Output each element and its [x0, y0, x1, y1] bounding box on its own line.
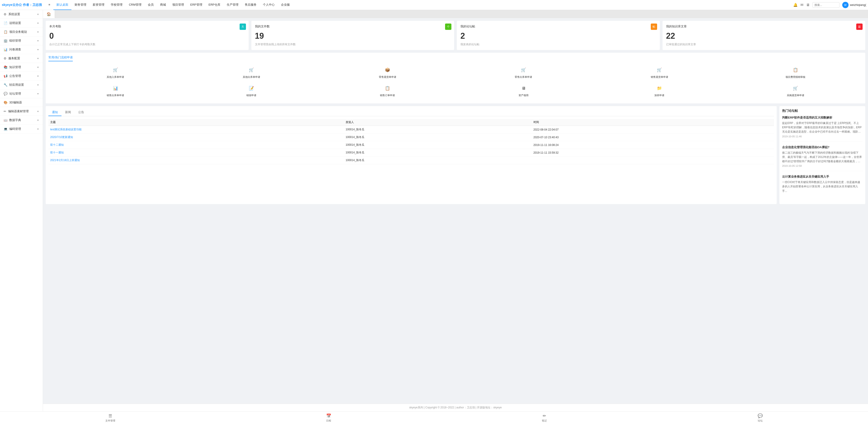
notification-subject-link[interactable]: 双十一通知	[49, 149, 344, 157]
user-profile[interactable]: W weizhiqiang(	[842, 2, 866, 8]
forum-section-title: 热门论坛帖	[782, 109, 863, 113]
nav-item-enterprise[interactable]: 企业服	[278, 0, 293, 10]
notification-bell-icon[interactable]: 🔔	[793, 3, 798, 7]
sidebar-item-left: 📖 数据字典	[4, 118, 21, 122]
home-tab[interactable]: 🏠	[43, 10, 55, 18]
workflow-item-icon: 🛒	[655, 66, 663, 74]
stat-number: 19	[255, 31, 451, 41]
sidebar-item-left: 📚 知识管理	[4, 65, 21, 69]
workflow-item-其他出库单申请[interactable]: 🛒 其他出库单申请	[184, 64, 319, 81]
nav-item-school[interactable]: 学校管理	[107, 0, 126, 10]
workflow-item-icon: 📁	[655, 84, 663, 92]
sidebar-item-服务配置[interactable]: ⚙ 服务配置 ▼	[0, 54, 43, 63]
notif-tab-通知[interactable]: 通知	[49, 109, 61, 116]
sidebar-item-项目业务规划[interactable]: 📋 项目业务规划 ▼	[0, 28, 43, 36]
sidebar-item-轻应用设置[interactable]: 🔧 轻应用设置 ▼	[0, 81, 43, 89]
username-label: weizhiqiang(	[850, 3, 866, 6]
sidebar-item-3D编辑器[interactable]: 🎨 3D编辑器	[0, 98, 43, 107]
chevron-down-icon: ▼	[37, 66, 39, 68]
sidebar-item-公告管理[interactable]: 📢 公告管理 ▼	[0, 72, 43, 81]
stat-desc: 已审批通过的知识库文章	[666, 43, 862, 47]
forum-post-title[interactable]: 判断ERP软件是否适用的五大招数解析	[782, 116, 863, 120]
sidebar-item-icon: 🔧	[4, 83, 7, 87]
workflow-item-销售订单申请[interactable]: 📋 销售订单申请	[320, 82, 455, 99]
notification-subject-link[interactable]: 2021年2月18日上班通知	[49, 157, 344, 164]
toolbar-item-日程[interactable]: 📅 日程	[326, 413, 331, 422]
sidebar-item-icon: 📄	[4, 21, 7, 25]
chevron-down-icon: ▼	[37, 84, 39, 86]
sidebar-item-label: 数据字典	[9, 118, 21, 122]
toolbar-item-论坛[interactable]: 💬 论坛	[758, 413, 763, 422]
forum-post-item: 企业信息化管理强化能否由OA撑起? 接二连三的极端天气与不断下滑的经济数据和频频…	[782, 145, 863, 171]
message-icon[interactable]: ✉	[800, 3, 803, 7]
toolbar-item-笔记[interactable]: ✏ 笔记	[542, 413, 547, 422]
forum-post-date: 2019-10-05 11:46	[782, 135, 863, 138]
brand-logo: skyeye云办公 作者：卫志强	[2, 3, 42, 7]
sidebar-item-编码管理[interactable]: 💻 编码管理 ▼	[0, 125, 43, 134]
toolbar-item-文件管理[interactable]: ☰ 文件管理	[105, 413, 115, 422]
sidebar-item-left: ⚙ 系统设置	[4, 12, 20, 16]
nav-item-erp[interactable]: ERP管理	[187, 0, 206, 10]
sidebar-item-label: 论坛管理	[9, 92, 21, 96]
stat-desc: 我发表的论坛帖	[460, 43, 656, 47]
sidebar-item-编辑器素材管理[interactable]: ✏ 编辑器素材管理 ▼	[0, 107, 43, 116]
workflow-item-label: 加班申请	[654, 94, 664, 97]
workflow-item-其他入库单申请[interactable]: 🛒 其他入库单申请	[49, 64, 183, 81]
workflow-item-label: 其他入库单申请	[107, 75, 124, 79]
workflow-item-销假申请[interactable]: 📝 销假申请	[184, 82, 319, 99]
sidebar-item-数据字典[interactable]: 📖 数据字典 ▼	[0, 116, 43, 125]
forum-post-title[interactable]: 企业信息化管理强化能否由OA撑起?	[782, 145, 863, 149]
nav-item-menu[interactable]: ≡	[45, 0, 54, 10]
workflow-item-icon: 🛒	[520, 66, 528, 74]
toolbar-item-icon: 📅	[326, 413, 331, 418]
notification-subject-link[interactable]: 2020/7/10更新通知	[49, 134, 344, 141]
workflow-item-销售退货单申请[interactable]: 🛒 销售退货单申请	[592, 64, 727, 81]
notification-time: 2019-11-11 16:08:24	[532, 141, 774, 149]
search-input[interactable]	[812, 2, 839, 8]
nav-item-production[interactable]: 生产管理	[223, 0, 242, 10]
nav-item-salary[interactable]: 薪资管理	[90, 0, 107, 10]
notification-subject-link[interactable]: test测试系统基础设置功能	[49, 126, 344, 134]
workflow-item-label: 销假申请	[246, 94, 256, 97]
nav-item-erp-warehouse[interactable]: ERP仓库	[206, 0, 224, 10]
sidebar-item-icon: ⚙	[4, 12, 6, 16]
bottom-toolbar: ☰ 文件管理 📅 日程 ✏ 笔记 💬 论坛	[0, 411, 868, 424]
sidebar-item-left: 📊 问卷调查	[4, 48, 21, 52]
notif-tab-新闻[interactable]: 新闻	[61, 109, 74, 116]
nav-item-aftersale[interactable]: 售后服务	[242, 0, 260, 10]
table-column-header: 发送人	[344, 119, 532, 126]
sidebar-item-系统设置[interactable]: ⚙ 系统设置 ▼	[0, 10, 43, 19]
workflow-item-销售出库单申请[interactable]: 📊 销售出库单申请	[49, 82, 183, 99]
notification-subject-link[interactable]: 双十二通知	[49, 141, 344, 149]
stat-card-2: 我的论坛帖 帖 2 我发表的论坛帖	[457, 21, 660, 50]
workflow-item-采购退货单申请[interactable]: 🛒 采购退货单申请	[728, 82, 863, 99]
notif-tab-公告[interactable]: 公告	[74, 109, 88, 116]
workflow-item-零售出库单申请[interactable]: 🛒 零售出库单申请	[456, 64, 591, 81]
workflow-item-资产领用[interactable]: 🖥 资产领用	[456, 82, 591, 99]
chevron-down-icon: ▼	[37, 75, 39, 77]
sidebar-item-论坛管理[interactable]: 💬 论坛管理 ▼	[0, 89, 43, 98]
nav-item-member[interactable]: 会员	[145, 0, 157, 10]
nav-item-personal[interactable]: 个人中心	[260, 0, 278, 10]
sidebar-item-left: 💬 论坛管理	[4, 92, 21, 96]
screen-icon[interactable]: 🖥	[806, 3, 810, 7]
toolbar-item-label: 文件管理	[105, 419, 115, 422]
stat-desc: 文件管理里由我上传的所有文件数	[255, 43, 451, 47]
workflow-item-加班申请[interactable]: 📁 加班申请	[592, 82, 727, 99]
table-row: 2020/7/10更新通知100014_陈冬瓜2020-07-10 23:40:…	[49, 134, 774, 141]
nav-item-project[interactable]: 项目管理	[169, 0, 187, 10]
nav-item-shop[interactable]: 商城	[157, 0, 169, 10]
sidebar-item-组织管理[interactable]: 🏢 组织管理 ▼	[0, 36, 43, 45]
forum-post-title[interactable]: 云计算业务推进应从非关键应用入手	[782, 175, 863, 179]
workflow-item-零售退货单申请[interactable]: 📦 零售退货单申请	[320, 64, 455, 81]
notification-sender: 100014_陈冬瓜	[344, 157, 532, 164]
bottom-section: 通知新闻公告 主题发送人时间 test测试系统基础设置功能100014_陈冬瓜2…	[46, 106, 865, 204]
sidebar-item-说明设置[interactable]: 📄 说明设置 ▼	[0, 19, 43, 28]
avatar: W	[842, 2, 848, 8]
workflow-item-项目费用报销审核[interactable]: 📋 项目费用报销审核	[728, 64, 863, 81]
nav-item-home[interactable]: 默认桌面	[53, 0, 71, 10]
sidebar-item-问卷调查[interactable]: 📊 问卷调查 ▼	[0, 45, 43, 54]
nav-item-crm[interactable]: CRM管理	[126, 0, 145, 10]
nav-item-finance[interactable]: 财务管理	[71, 0, 90, 10]
sidebar-item-知识管理[interactable]: 📚 知识管理 ▼	[0, 63, 43, 72]
